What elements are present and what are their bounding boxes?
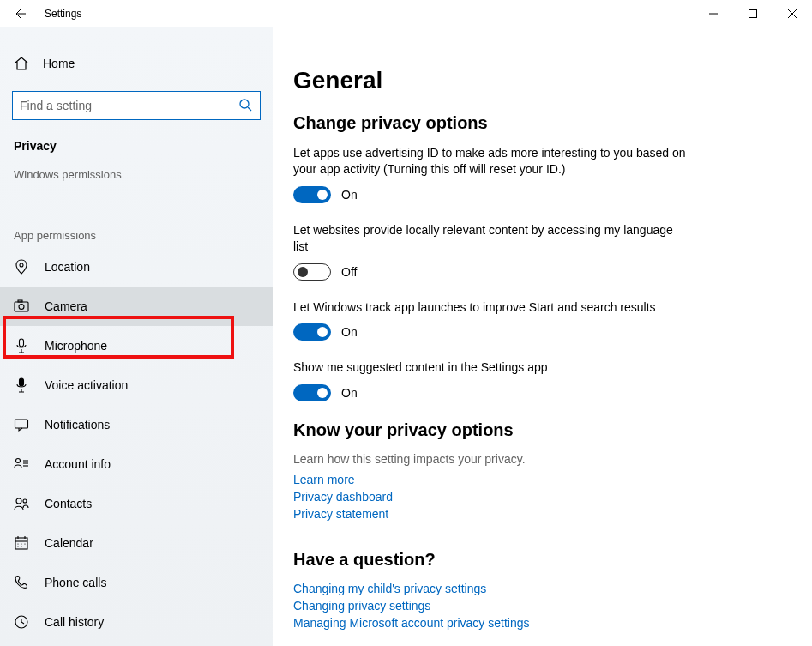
call-history-icon — [14, 614, 29, 630]
nav-call-history-label: Call history — [45, 615, 104, 629]
svg-point-27 — [17, 546, 18, 546]
opt-language-desc: Let websites provide locally relevant co… — [293, 222, 688, 255]
close-button[interactable] — [773, 0, 812, 27]
nav-notifications-label: Notifications — [45, 418, 110, 432]
nav-account-info[interactable]: Account info — [0, 444, 273, 484]
nav-camera[interactable]: Camera — [0, 287, 273, 326]
svg-point-7 — [20, 263, 23, 267]
toggle-advertising-id[interactable] — [293, 186, 331, 203]
nav-home-label: Home — [43, 57, 75, 70]
svg-point-28 — [21, 546, 21, 546]
nav-contacts-label: Contacts — [45, 497, 92, 510]
svg-rect-8 — [15, 302, 28, 311]
calendar-icon — [14, 535, 29, 551]
toggle-app-launches[interactable] — [293, 323, 331, 341]
notifications-icon — [14, 417, 29, 432]
opt-app-launches-desc: Let Windows track app launches to improv… — [293, 299, 688, 316]
svg-point-5 — [240, 100, 249, 108]
svg-line-6 — [248, 107, 251, 111]
nav-location-label: Location — [45, 260, 90, 274]
nav-microphone-label: Microphone — [45, 339, 107, 353]
subheader-app-permissions: App permissions — [0, 219, 273, 247]
svg-point-24 — [17, 543, 18, 544]
nav-phone-calls-label: Phone calls — [45, 576, 106, 589]
section-privacy: Privacy — [0, 120, 273, 158]
svg-rect-10 — [18, 300, 22, 302]
section-change-privacy: Change privacy options — [293, 113, 781, 133]
sidebar: Home Privacy Windows permissions App per… — [0, 27, 273, 646]
camera-icon — [14, 299, 29, 314]
search-icon — [238, 98, 252, 112]
toggle-advertising-state: On — [341, 188, 358, 202]
toggle-suggested-state: On — [341, 386, 358, 400]
home-icon — [14, 56, 29, 71]
nav-contacts[interactable]: Contacts — [0, 484, 273, 523]
nav-camera-label: Camera — [45, 299, 87, 313]
nav-calendar[interactable]: Calendar — [0, 523, 273, 563]
link-child-privacy[interactable]: Changing my child's privacy settings — [293, 582, 781, 595]
toggle-language-list[interactable] — [293, 263, 331, 281]
section-have-question: Have a question? — [293, 550, 781, 570]
maximize-button[interactable] — [733, 0, 773, 27]
phone-icon — [14, 575, 29, 590]
account-info-icon — [14, 456, 29, 472]
voice-icon — [14, 377, 29, 393]
nav-phone-calls[interactable]: Phone calls — [0, 563, 273, 602]
svg-point-25 — [21, 543, 21, 544]
link-changing-privacy[interactable]: Changing privacy settings — [293, 599, 781, 613]
section-know-privacy: Know your privacy options — [293, 420, 781, 440]
nav-voice-activation[interactable]: Voice activation — [0, 365, 273, 405]
link-privacy-statement[interactable]: Privacy statement — [293, 507, 781, 521]
contacts-icon — [14, 496, 29, 511]
search-input[interactable] — [12, 91, 261, 120]
opt-suggested-desc: Show me suggested content in the Setting… — [293, 359, 688, 376]
location-icon — [14, 259, 29, 275]
svg-point-26 — [24, 543, 25, 544]
nav-notifications[interactable]: Notifications — [0, 405, 273, 444]
link-privacy-dashboard[interactable]: Privacy dashboard — [293, 490, 781, 504]
svg-point-18 — [16, 498, 21, 504]
back-button[interactable] — [12, 6, 27, 21]
link-ms-account-privacy[interactable]: Managing Microsoft account privacy setti… — [293, 616, 781, 630]
svg-point-14 — [16, 459, 21, 463]
svg-point-19 — [23, 499, 27, 503]
nav-account-info-label: Account info — [45, 457, 111, 471]
subheader-windows-permissions[interactable]: Windows permissions — [0, 158, 273, 186]
svg-rect-13 — [15, 420, 28, 428]
nav-home[interactable]: Home — [0, 45, 273, 82]
svg-rect-12 — [20, 378, 24, 386]
opt-advertising-desc: Let apps use advertising ID to make ads … — [293, 145, 688, 178]
toggle-suggested-content[interactable] — [293, 384, 331, 401]
window-title: Settings — [45, 8, 81, 20]
link-learn-more[interactable]: Learn more — [293, 473, 781, 486]
know-privacy-sub: Learn how this setting impacts your priv… — [293, 452, 781, 466]
nav-calendar-label: Calendar — [45, 536, 93, 550]
svg-rect-11 — [20, 339, 24, 347]
nav-microphone[interactable]: Microphone — [0, 326, 273, 365]
microphone-icon — [14, 338, 29, 353]
content-pane: General Change privacy options Let apps … — [273, 27, 812, 646]
toggle-language-state: Off — [341, 265, 357, 279]
svg-point-9 — [19, 305, 24, 310]
title-bar: Settings — [0, 0, 812, 27]
minimize-button[interactable] — [694, 0, 733, 27]
toggle-app-launches-state: On — [341, 325, 358, 339]
svg-rect-2 — [749, 10, 757, 18]
nav-location[interactable]: Location — [0, 247, 273, 287]
nav-call-history[interactable]: Call history — [0, 602, 273, 642]
page-title: General — [293, 67, 781, 94]
nav-voice-label: Voice activation — [45, 378, 128, 392]
